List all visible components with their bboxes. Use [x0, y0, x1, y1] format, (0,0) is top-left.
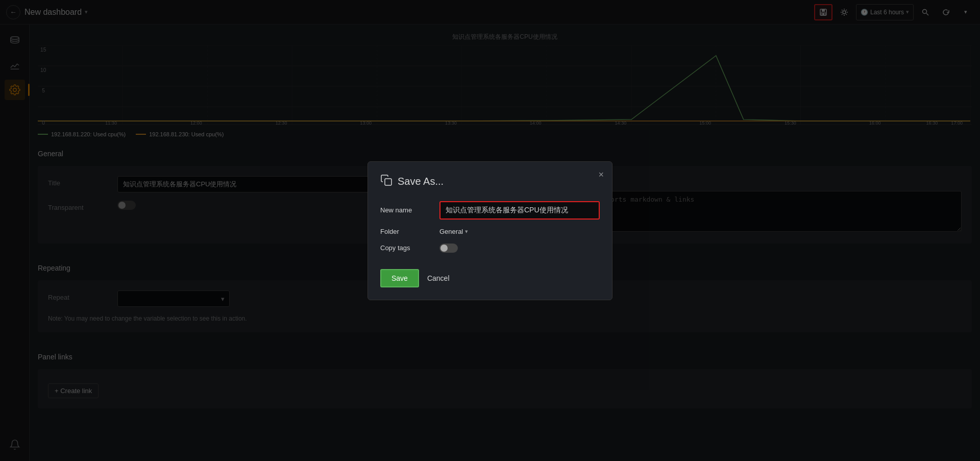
copy-icon: [380, 174, 393, 186]
modal-new-name-label: New name: [380, 206, 431, 214]
modal-name-row: New name: [380, 201, 600, 220]
modal-save-icon: [380, 174, 393, 189]
modal-copy-tags-label: Copy tags: [380, 244, 431, 252]
svg-rect-42: [385, 179, 391, 185]
modal-title: Save As...: [398, 176, 444, 187]
modal-header: Save As... ×: [380, 174, 600, 189]
modal-cancel-button[interactable]: Cancel: [427, 274, 450, 282]
modal-folder-label: Folder: [380, 228, 431, 235]
modal-overlay: Save As... × New name Folder General ▾ C…: [0, 0, 980, 461]
modal-close-button[interactable]: ×: [598, 170, 604, 179]
modal-copy-tags-toggle[interactable]: [439, 244, 458, 253]
folder-arrow: ▾: [465, 228, 468, 235]
modal-folder-row: Folder General ▾: [380, 228, 600, 235]
modal-copy-tags-row: Copy tags: [380, 244, 600, 253]
modal-actions: Save Cancel: [380, 265, 600, 287]
save-as-modal: Save As... × New name Folder General ▾ C…: [368, 161, 612, 300]
modal-save-button[interactable]: Save: [380, 269, 419, 287]
modal-folder-value: General: [439, 228, 463, 235]
modal-folder-selector[interactable]: General ▾: [439, 228, 468, 235]
modal-name-input[interactable]: [439, 201, 600, 220]
